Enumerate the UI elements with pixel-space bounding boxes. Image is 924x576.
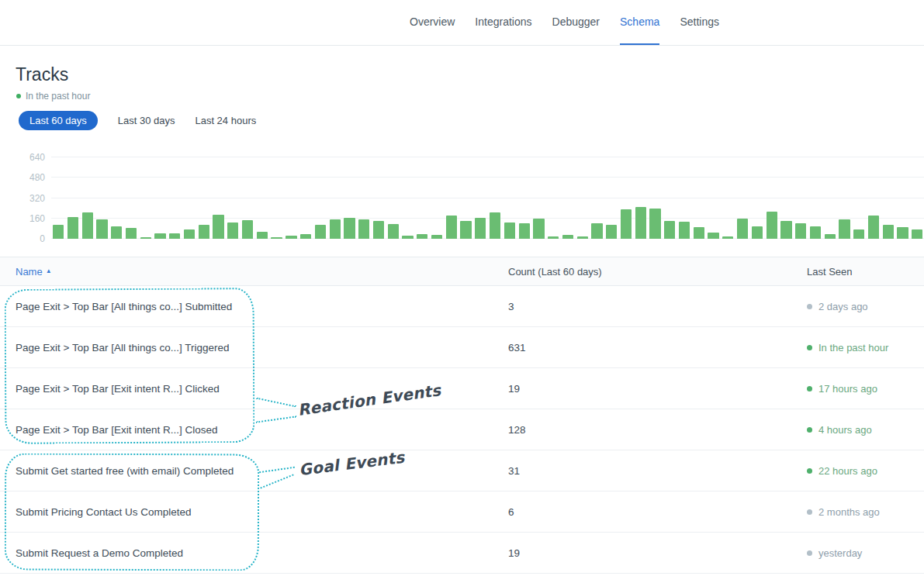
chart-bar (868, 216, 879, 239)
chart-bar (708, 233, 718, 239)
chart-bar (169, 233, 180, 239)
y-axis-tick-label: 320 (0, 193, 45, 204)
recent-dot-icon (807, 386, 812, 391)
top-nav: OverviewIntegrationsDebuggerSchemaSettin… (0, 0, 924, 46)
last-seen-label: 2 days ago (818, 301, 868, 312)
chart-bar (606, 225, 617, 239)
event-name: Submit Request a Demo Completed (16, 547, 508, 559)
chart-gridline (51, 157, 924, 157)
last-seen-label: 22 hours ago (818, 465, 877, 477)
table-row[interactable]: Page Exit > Top Bar [Exit intent R...] C… (0, 368, 924, 409)
chart-bar (752, 226, 763, 239)
chart-bar (649, 209, 660, 239)
chart-bar (96, 219, 107, 239)
tab-overview[interactable]: Overview (410, 0, 455, 45)
table-row[interactable]: Page Exit > Top Bar [Exit intent R...] C… (0, 409, 924, 450)
chart-bar (664, 221, 675, 239)
table-row[interactable]: Submit Request a Demo Completed19yesterd… (0, 533, 924, 574)
chart-bar (330, 219, 341, 239)
chart-bar (271, 237, 282, 240)
column-header-name[interactable]: Name ▲ (16, 266, 508, 278)
chart-bar (897, 227, 908, 239)
stale-dot-icon (807, 550, 812, 556)
chart-bar (257, 232, 268, 239)
y-axis-tick-label: 0 (0, 233, 45, 244)
page-title: Tracks (16, 64, 924, 85)
chart-bar (53, 225, 64, 239)
freshness-status-label: In the past hour (26, 91, 90, 102)
chart-bar (446, 216, 457, 239)
chart-bar (358, 219, 369, 239)
table-row[interactable]: Page Exit > Top Bar [All things co...] T… (0, 327, 924, 368)
green-status-dot-icon (16, 94, 21, 98)
event-count: 6 (508, 506, 807, 518)
event-name: Page Exit > Top Bar [Exit intent R...] C… (16, 383, 508, 395)
chart-bar (315, 225, 326, 239)
y-axis-tick-label: 640 (0, 152, 45, 163)
table-row[interactable]: Submit Get started free (with email) Com… (0, 450, 924, 491)
chart-bar (388, 224, 399, 239)
tab-debugger[interactable]: Debugger (552, 0, 600, 45)
table-row[interactable]: Submit Pricing Contact Us Completed62 mo… (0, 491, 924, 533)
y-axis-tick-label: 160 (0, 213, 45, 224)
chart-bar (519, 223, 530, 239)
chart-bar (300, 234, 311, 239)
table-row[interactable]: Page Exit > Top Bar [All things co...] S… (0, 286, 924, 327)
event-name: Page Exit > Top Bar [Exit intent R...] C… (16, 424, 508, 436)
filter-last-30-days[interactable]: Last 30 days (118, 115, 175, 126)
filter-last-60-days[interactable]: Last 60 days (19, 111, 98, 130)
chart-gridline (51, 177, 924, 178)
tab-settings[interactable]: Settings (680, 0, 719, 45)
event-count: 3 (508, 301, 807, 312)
table-body: Page Exit > Top Bar [All things co...] S… (0, 286, 924, 574)
filter-last-24-hours[interactable]: Last 24 hours (195, 115, 256, 126)
event-name: Submit Pricing Contact Us Completed (16, 506, 508, 518)
chart-bar (111, 226, 122, 239)
chart-bar (737, 219, 748, 239)
chart-bar (839, 219, 850, 239)
chart-bar (154, 233, 165, 239)
chart-bar (825, 234, 836, 239)
chart-bar (780, 221, 791, 239)
chart-bar (577, 236, 588, 239)
last-seen-label: 17 hours ago (818, 383, 877, 395)
event-count: 631 (508, 342, 807, 354)
column-header-count[interactable]: Count (Last 60 days) (508, 266, 807, 278)
chart-bar (767, 212, 777, 239)
tracks-chart: 0160320480640 (0, 153, 924, 240)
freshness-status: In the past hour (16, 91, 924, 102)
last-seen-label: 4 hours ago (818, 424, 872, 436)
sort-asc-icon: ▲ (46, 268, 52, 274)
tab-integrations[interactable]: Integrations (475, 0, 531, 45)
chart-bar (621, 209, 632, 239)
nav-tabs: OverviewIntegrationsDebuggerSchemaSettin… (410, 0, 719, 45)
chart-bar (213, 215, 223, 239)
chart-bar (548, 236, 559, 239)
event-last-seen: 4 hours ago (807, 424, 924, 436)
chart-bar (722, 236, 733, 239)
y-axis-tick-label: 480 (0, 172, 45, 183)
event-last-seen: 2 days ago (807, 301, 924, 312)
chart-bar (82, 212, 93, 239)
column-header-last-seen[interactable]: Last Seen (807, 266, 924, 278)
chart-bar (635, 207, 646, 239)
chart-bar (67, 217, 78, 239)
event-last-seen: yesterday (807, 547, 924, 559)
recent-dot-icon (807, 468, 812, 474)
chart-bar (562, 235, 573, 239)
chart-bar (199, 225, 209, 239)
last-seen-label: In the past hour (818, 342, 888, 354)
time-range-filters: Last 60 daysLast 30 daysLast 24 hours (19, 110, 924, 131)
last-seen-label: 2 months ago (818, 506, 880, 518)
chart-bar (431, 235, 442, 239)
chart-bar (344, 218, 355, 239)
chart-bar (591, 223, 602, 240)
tab-schema[interactable]: Schema (620, 0, 659, 45)
chart-bar (504, 222, 515, 239)
event-last-seen: 22 hours ago (807, 465, 924, 477)
chart-bar (810, 226, 821, 239)
chart-bar (490, 212, 500, 240)
event-count: 128 (508, 424, 807, 436)
event-name: Page Exit > Top Bar [All things co...] S… (16, 301, 508, 312)
chart-bar (475, 218, 486, 239)
